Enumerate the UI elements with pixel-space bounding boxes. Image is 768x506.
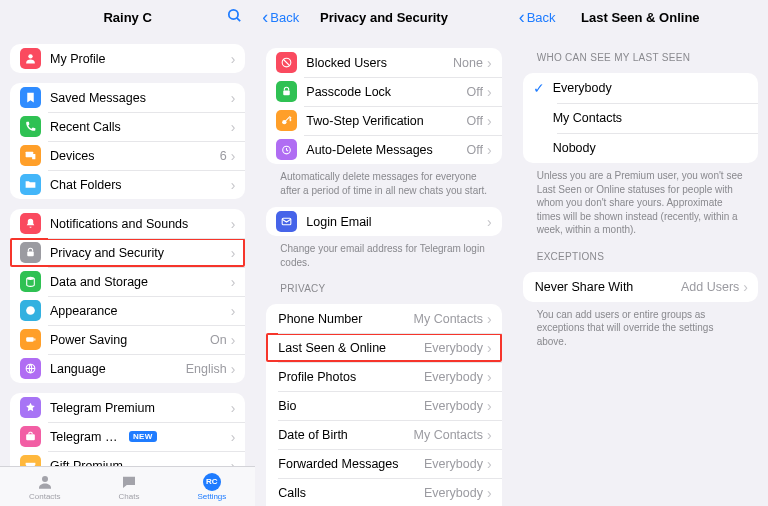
- dob-row[interactable]: Date of Birth My Contacts›: [266, 420, 501, 449]
- svg-rect-5: [27, 251, 34, 256]
- option-nobody[interactable]: Nobody: [523, 133, 758, 163]
- email-icon: [276, 211, 297, 232]
- key-icon: [276, 110, 297, 131]
- telegram-premium-row[interactable]: Telegram Premium›: [10, 393, 245, 422]
- privacy-security-panel: ‹Back Privacy and Security Blocked Users…: [255, 0, 511, 506]
- lastseen-header: ‹Back Last Seen & Online: [513, 0, 768, 34]
- bio-row[interactable]: Bio Everybody›: [266, 391, 501, 420]
- last-seen-panel: ‹Back Last Seen & Online WHO CAN SEE MY …: [512, 0, 768, 506]
- svg-point-6: [27, 277, 35, 280]
- star-icon: [20, 397, 41, 418]
- back-button[interactable]: ‹Back: [262, 7, 299, 28]
- svg-rect-3: [26, 152, 34, 157]
- back-button[interactable]: ‹Back: [519, 7, 556, 28]
- never-share-row[interactable]: Never Share With Add Users›: [523, 272, 758, 302]
- svg-rect-13: [26, 463, 36, 465]
- notifications-row[interactable]: Notifications and Sounds›: [10, 209, 245, 238]
- svg-rect-8: [26, 337, 34, 341]
- page-title: Privacy and Security: [320, 10, 448, 25]
- svg-point-2: [28, 54, 32, 58]
- last-seen-row[interactable]: Last Seen & Online Everybody›: [266, 333, 501, 362]
- who-section-header: WHO CAN SEE MY LAST SEEN: [537, 52, 754, 63]
- privacy-section-header: PRIVACY: [280, 283, 497, 294]
- privacy-scroll[interactable]: Blocked Users None› Passcode Lock Off› T…: [256, 34, 511, 506]
- passcode-icon: [276, 81, 297, 102]
- telegram-business-row[interactable]: Telegram Business NEW ›: [10, 422, 245, 451]
- devices-icon: [20, 145, 41, 166]
- data-icon: [20, 271, 41, 292]
- folder-icon: [20, 174, 41, 195]
- svg-line-1: [237, 17, 240, 20]
- chevron-right-icon: ›: [231, 52, 236, 66]
- bookmark-icon: [20, 87, 41, 108]
- phone-icon: [20, 116, 41, 137]
- login-email-row[interactable]: Login Email›: [266, 207, 501, 236]
- privacy-header: ‹Back Privacy and Security: [256, 0, 511, 34]
- chat-folders-row[interactable]: Chat Folders›: [10, 170, 245, 199]
- my-profile-row[interactable]: My Profile ›: [10, 44, 245, 73]
- privacy-security-row[interactable]: Privacy and Security›: [10, 238, 245, 267]
- lock-icon: [20, 242, 41, 263]
- tab-contacts[interactable]: Contacts: [29, 473, 61, 501]
- timer-icon: [276, 139, 297, 160]
- settings-panel: Rainy C My Profile › Saved Messages› Rec…: [0, 0, 255, 506]
- user-name: Rainy C: [103, 10, 151, 25]
- calls-privacy-row[interactable]: Calls Everybody›: [266, 478, 501, 506]
- exceptions-note: You can add users or entire groups as ex…: [537, 308, 746, 349]
- recent-calls-row[interactable]: Recent Calls›: [10, 112, 245, 141]
- search-icon[interactable]: [226, 7, 243, 28]
- tab-chats[interactable]: Chats: [119, 473, 140, 501]
- profile-photos-row[interactable]: Profile Photos Everybody›: [266, 362, 501, 391]
- language-row[interactable]: Language English›: [10, 354, 245, 383]
- option-my-contacts[interactable]: My Contacts: [523, 103, 758, 133]
- tab-settings[interactable]: RCSettings: [197, 473, 226, 501]
- email-note: Change your email address for Telegram l…: [280, 242, 489, 269]
- forwarded-row[interactable]: Forwarded Messages Everybody›: [266, 449, 501, 478]
- tab-bar: Contacts Chats RCSettings: [0, 466, 255, 506]
- check-icon: ✓: [529, 80, 549, 96]
- data-storage-row[interactable]: Data and Storage›: [10, 267, 245, 296]
- briefcase-icon: [20, 426, 41, 447]
- auto-delete-note: Automatically delete messages for everyo…: [280, 170, 489, 197]
- option-everybody[interactable]: ✓ Everybody: [523, 73, 758, 103]
- lastseen-scroll[interactable]: WHO CAN SEE MY LAST SEEN ✓ Everybody My …: [513, 34, 768, 506]
- svg-line-16: [284, 59, 291, 66]
- chevron-left-icon: ‹: [262, 7, 268, 28]
- svg-point-7: [26, 306, 35, 315]
- blocked-users-row[interactable]: Blocked Users None›: [266, 48, 501, 77]
- svg-rect-9: [34, 338, 35, 340]
- settings-header: Rainy C: [0, 0, 255, 34]
- profile-icon: [20, 48, 41, 69]
- svg-rect-17: [284, 90, 291, 95]
- phone-number-row[interactable]: Phone Number My Contacts›: [266, 304, 501, 333]
- globe-icon: [20, 358, 41, 379]
- devices-row[interactable]: Devices 6›: [10, 141, 245, 170]
- page-title: Last Seen & Online: [581, 10, 699, 25]
- svg-point-14: [42, 476, 48, 482]
- avatar: RC: [203, 473, 221, 491]
- who-note: Unless you are a Premium user, you won't…: [537, 169, 746, 237]
- saved-messages-row[interactable]: Saved Messages›: [10, 83, 245, 112]
- svg-rect-11: [26, 434, 35, 440]
- appearance-row[interactable]: Appearance›: [10, 296, 245, 325]
- new-badge: NEW: [129, 431, 157, 442]
- passcode-lock-row[interactable]: Passcode Lock Off›: [266, 77, 501, 106]
- battery-icon: [20, 329, 41, 350]
- block-icon: [276, 52, 297, 73]
- appearance-icon: [20, 300, 41, 321]
- power-saving-row[interactable]: Power Saving On›: [10, 325, 245, 354]
- bell-icon: [20, 213, 41, 234]
- two-step-row[interactable]: Two-Step Verification Off›: [266, 106, 501, 135]
- exceptions-header: EXCEPTIONS: [537, 251, 754, 262]
- chevron-left-icon: ‹: [519, 7, 525, 28]
- svg-rect-4: [32, 154, 35, 159]
- settings-scroll[interactable]: My Profile › Saved Messages› Recent Call…: [0, 34, 255, 506]
- auto-delete-row[interactable]: Auto-Delete Messages Off›: [266, 135, 501, 164]
- svg-point-0: [229, 9, 238, 18]
